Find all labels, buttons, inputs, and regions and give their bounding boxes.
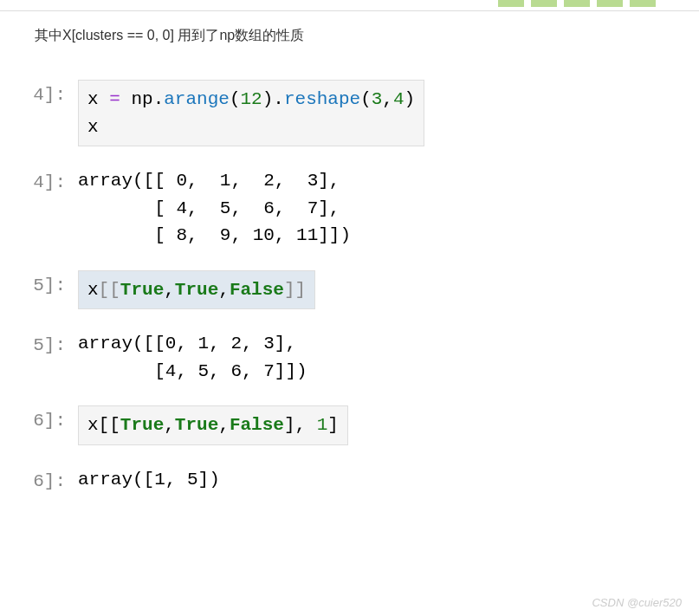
output-text: array([1, 5]) [78,466,220,494]
code-comma: , [218,280,230,300]
decorative-blocks [498,0,656,7]
code-comma: , [295,415,317,435]
cell-prompt: 4]: [0,167,78,192]
input-cell-6: 6]: x[[True,True,False], 1] [0,405,699,445]
output-text: array([[0, 1, 2, 3], [4, 5, 6, 7]]) [78,330,307,385]
output-cell-5: 5]: array([[0, 1, 2, 3], [4, 5, 6, 7]]) [0,330,699,385]
cell-prompt: 6]: [0,466,78,491]
code-var: x [87,415,99,435]
code-op: = [109,89,131,109]
decorative-block [531,0,557,7]
watermark: CSDN @cuier520 [592,596,682,609]
code-cell[interactable]: x[[True,True,False], 1] [78,405,348,445]
cell-prompt: 5]: [0,330,78,355]
code-bool: True [120,280,164,300]
code-bool: False [230,415,284,435]
code-bool: True [175,415,218,435]
code-comma: , [382,89,393,109]
code-cell[interactable]: x = np.arange(12).reshape(3,4) x [78,80,424,146]
code-bracket: [ [99,415,110,435]
input-cell-4: 4]: x = np.arange(12).reshape(3,4) x [0,80,699,146]
cell-prompt: 6]: [0,405,78,431]
code-func: arange [164,89,230,109]
divider [0,10,699,11]
code-num: 4 [393,89,405,109]
code-bracket: [[ [99,280,120,300]
output-cell-4: 4]: array([[ 0, 1, 2, 3], [ 4, 5, 6, 7],… [0,167,699,250]
code-bool: True [120,415,164,435]
code-paren: ) [405,89,416,109]
code-num: 1 [317,415,328,435]
code-bool: False [230,280,284,300]
notebook-content: 4]: x = np.arange(12).reshape(3,4) x 4]:… [0,80,699,493]
code-paren: ( [230,89,241,109]
cell-prompt: 4]: [0,80,78,105]
decorative-block [630,0,656,7]
code-line: x = np.arange(12).reshape(3,4) [87,86,415,113]
code-comma: , [164,415,175,435]
output-text: array([[ 0, 1, 2, 3], [ 4, 5, 6, 7], [ 8… [78,167,351,250]
code-comma: , [164,280,175,300]
code-num: 3 [372,89,383,109]
code-bool: True [175,280,218,300]
code-paren: ( [360,89,372,109]
code-bracket: [ [109,415,120,435]
output-cell-6: 6]: array([1, 5]) [0,466,699,494]
code-line: x [87,113,415,141]
cell-prompt: 5]: [0,270,78,295]
code-comma: , [218,415,230,435]
decorative-block [564,0,590,7]
code-bracket: ] [284,415,295,435]
code-cell[interactable]: x[[True,True,False]] [78,270,315,310]
code-var: x [87,89,109,109]
code-var: x [87,280,99,300]
code-module: np. [131,89,164,109]
code-func: reshape [284,89,360,109]
decorative-block [498,0,524,7]
code-bracket: ] [327,415,339,435]
code-num: 12 [240,89,262,109]
input-cell-5: 5]: x[[True,True,False]] [0,270,699,310]
decorative-block [597,0,623,7]
code-bracket: ]] [284,280,306,300]
intro-text: 其中X[clusters == 0, 0] 用到了np数组的性质 [35,27,699,45]
code-paren: ). [262,89,284,109]
code-var: x [87,117,99,137]
